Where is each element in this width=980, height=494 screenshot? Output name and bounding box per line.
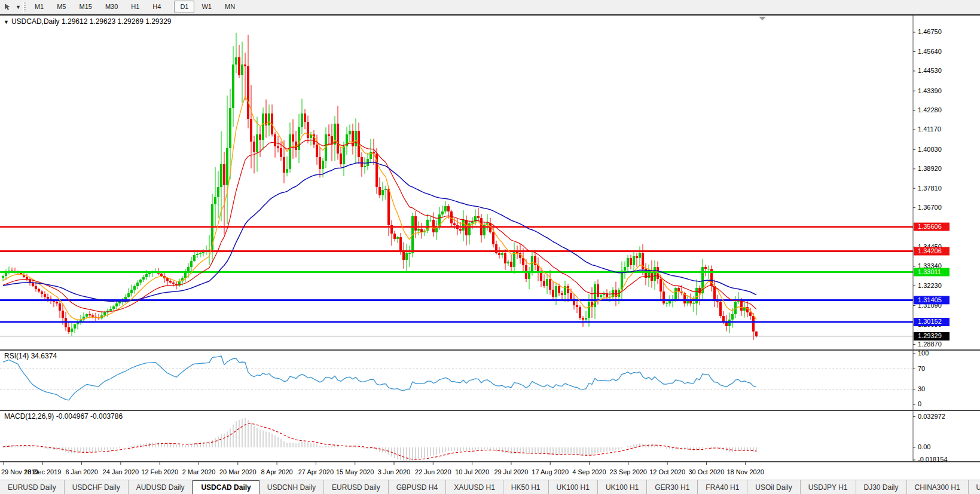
- chart-canvas[interactable]: 1.467501.456401.445301.433901.422801.411…: [0, 14, 980, 480]
- candle-body: [124, 297, 127, 299]
- date-tick-label: 30 Oct 2020: [688, 468, 724, 475]
- candle-body: [355, 131, 357, 146]
- toolbar-grip[interactable]: [23, 2, 26, 13]
- candle-body: [262, 113, 264, 140]
- candle-body: [26, 277, 28, 280]
- chart-tab-xauusd-h1-7[interactable]: XAUUSD H1: [446, 480, 503, 494]
- candle-body: [286, 169, 288, 173]
- candle-body: [624, 267, 626, 271]
- candle-body: [504, 253, 506, 264]
- candle-body: [531, 256, 533, 272]
- candle-body: [259, 134, 261, 140]
- chart-tab-usoil-daily-13[interactable]: USOil Daily: [747, 480, 800, 494]
- date-tick-label: 2 Mar 2020: [182, 468, 216, 475]
- date-tick-label: 10 Jul 2020: [455, 468, 489, 475]
- candle-body: [507, 262, 509, 263]
- candle-body: [88, 314, 91, 315]
- candle-body: [588, 302, 590, 317]
- candle-body: [677, 288, 680, 292]
- candle-body: [244, 65, 246, 66]
- chart-tab-eurusd-daily-5[interactable]: EURUSD Daily: [324, 480, 389, 494]
- timeframe-button-h4[interactable]: H4: [146, 1, 167, 13]
- candle-body: [340, 154, 342, 164]
- rsi-tick-label: 100: [918, 349, 929, 357]
- candle-body: [402, 251, 405, 260]
- chart-cursor-icon[interactable]: [0, 1, 16, 14]
- candle-body: [301, 113, 303, 127]
- timeframe-button-m15[interactable]: M15: [73, 1, 97, 13]
- current-price-badge-label: 1.29329: [918, 332, 942, 339]
- candle-body: [414, 216, 417, 230]
- chart-tab-usoil-h1-17[interactable]: USOil H1: [969, 480, 980, 494]
- rsi-indicator-label: RSI(14) 34.6374: [4, 352, 57, 360]
- chart-tab-fra40-h1-12[interactable]: FRA40 H1: [698, 480, 747, 494]
- candle-body: [576, 305, 578, 307]
- candle-body: [250, 119, 252, 142]
- ohlc-high: 1.29623: [90, 17, 115, 26]
- candle-body: [71, 329, 73, 332]
- candle-body: [109, 309, 112, 311]
- timeframe-button-m5[interactable]: M5: [51, 1, 72, 13]
- date-tick-label: 23 Sep 2020: [610, 468, 647, 475]
- candle-body: [343, 146, 345, 164]
- price-tick-label: 1.42280: [918, 106, 942, 113]
- candle-body: [172, 283, 175, 284]
- chart-tab-eurusd-daily-0[interactable]: EURUSD Daily: [0, 480, 65, 494]
- ohlc-low: 1.29269: [117, 17, 143, 26]
- chart-tab-usdchf-daily-1[interactable]: USDCHF Daily: [65, 480, 129, 494]
- tool-dropdown-caret[interactable]: ▼: [16, 4, 21, 10]
- price-tick-label: 1.28870: [918, 340, 942, 348]
- chart-tab-uk100-h1-9[interactable]: UK100 H1: [549, 480, 598, 494]
- date-tick-label: 4 Sep 2020: [572, 468, 606, 475]
- level-badge-label: 1.31405: [918, 296, 942, 303]
- candle-body: [289, 134, 291, 169]
- candle-body: [292, 134, 294, 142]
- chart-tab-hk50-h1-8[interactable]: HK50 H1: [503, 480, 549, 494]
- candle-body: [555, 286, 557, 297]
- candle-body: [193, 255, 196, 261]
- timeframe-button-m30[interactable]: M30: [99, 1, 124, 13]
- candle-body: [196, 254, 199, 254]
- timeframe-button-h1[interactable]: H1: [125, 1, 145, 13]
- candle-body: [229, 108, 231, 148]
- chart-tab-usdcad-daily-3[interactable]: USDCAD Daily: [193, 480, 259, 494]
- macd-tick-label: 0.00: [918, 443, 930, 450]
- price-tick-label: 1.32230: [918, 282, 942, 289]
- candle-body: [304, 113, 306, 122]
- timeframe-button-m1[interactable]: M1: [29, 1, 50, 13]
- candle-body: [217, 187, 219, 198]
- chart-tab-dj30-daily-15[interactable]: DJ30 Daily: [856, 480, 907, 494]
- chart-tab-uk100-h1-10[interactable]: UK100 H1: [598, 480, 647, 494]
- chart-menu-arrow[interactable]: ▼: [4, 19, 9, 25]
- candle-body: [62, 311, 64, 318]
- candle-body: [364, 166, 366, 168]
- price-tick-label: 1.45640: [918, 48, 942, 55]
- candle-body: [241, 65, 243, 75]
- candle-body: [38, 289, 40, 292]
- toolbar-separator: [170, 2, 171, 13]
- candle-body: [501, 253, 503, 255]
- candle-body: [68, 327, 70, 332]
- timeframe-button-mn[interactable]: MN: [219, 1, 241, 13]
- chart-tab-china300-h1-16[interactable]: CHINA300 H1: [907, 480, 969, 494]
- candle-body: [585, 318, 587, 320]
- candle-body: [546, 279, 548, 286]
- candle-body: [420, 229, 423, 232]
- chart-tab-gbpusd-h4-6[interactable]: GBPUSD H4: [389, 480, 446, 494]
- candle-body: [349, 131, 351, 134]
- timeframe-button-d1[interactable]: D1: [174, 1, 194, 13]
- candle-body: [660, 279, 662, 291]
- candle-body: [459, 229, 462, 231]
- candle-body: [627, 258, 629, 267]
- chart-tab-audusd-daily-2[interactable]: AUDUSD Daily: [129, 480, 193, 494]
- candle-body: [731, 314, 734, 320]
- chart-tab-ger30-h1-11[interactable]: GER30 H1: [647, 480, 698, 494]
- timeframe-button-w1[interactable]: W1: [196, 1, 218, 13]
- chart-symbol-period: USDCAD,Daily: [11, 17, 60, 26]
- chart-tab-usdjpy-h1-14[interactable]: USDJPY H1: [801, 480, 856, 494]
- candle-body: [549, 279, 551, 290]
- candle-body: [169, 281, 172, 282]
- candle-body: [91, 315, 94, 317]
- candle-body: [695, 288, 698, 303]
- chart-tab-usdcnh-daily-4[interactable]: USDCNH Daily: [259, 480, 324, 494]
